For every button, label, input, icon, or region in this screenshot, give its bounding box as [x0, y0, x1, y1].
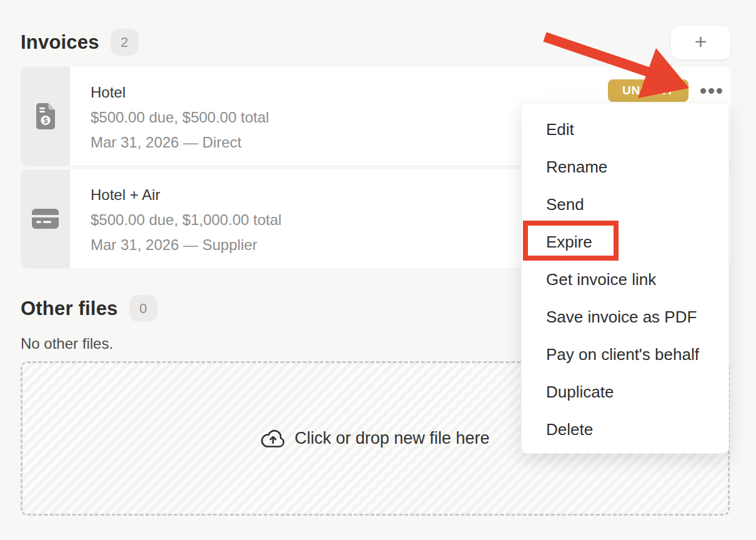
invoice-details: Hotel + Air $500.00 due, $1,000.00 total… [70, 169, 282, 268]
other-files-title: Other files [21, 298, 118, 320]
svg-text:$: $ [43, 116, 47, 125]
invoice-name: Hotel [91, 80, 269, 105]
other-files-section-header: Other files 0 [21, 295, 157, 322]
invoices-page: Invoices 2 + $ Hotel $500.00 due, $500.0… [0, 0, 756, 540]
invoice-name: Hotel + Air [91, 182, 282, 208]
menu-item-pay-on-clients-behalf[interactable]: Pay on client's behalf [522, 336, 729, 373]
invoice-details: Hotel $500.00 due, $500.00 total Mar 31,… [70, 67, 269, 166]
invoice-meta: Mar 31, 2026 — Supplier [91, 232, 282, 258]
invoice-icon-column [21, 169, 70, 268]
menu-item-edit[interactable]: Edit [522, 111, 729, 148]
ellipsis-icon [700, 88, 706, 94]
menu-item-get-invoice-link[interactable]: Get invoice link [522, 261, 729, 298]
invoice-amounts: $500.00 due, $1,000.00 total [91, 208, 282, 232]
menu-item-expire[interactable]: Expire [522, 223, 729, 261]
menu-item-send[interactable]: Send [522, 186, 729, 223]
invoice-meta: Mar 31, 2026 — Direct [91, 130, 269, 155]
dropzone-label: Click or drop new file here [294, 429, 489, 448]
other-files-count-badge: 0 [129, 295, 157, 322]
invoice-icon-column: $ [21, 67, 70, 166]
status-badge-unsent: UNSENT [608, 79, 689, 102]
invoices-title: Invoices [21, 31, 99, 54]
menu-item-rename[interactable]: Rename [522, 148, 729, 186]
no-other-files-text: No other files. [21, 335, 113, 352]
plus-icon: + [695, 31, 707, 52]
invoice-context-menu: Edit Rename Send Expire Get invoice link… [521, 102, 729, 454]
menu-item-save-invoice-as-pdf[interactable]: Save invoice as PDF [522, 298, 729, 336]
invoices-section-header: Invoices 2 [21, 29, 139, 56]
invoice-amounts: $500.00 due, $500.00 total [91, 105, 269, 130]
invoices-count-badge: 2 [111, 29, 139, 56]
menu-item-duplicate[interactable]: Duplicate [522, 373, 729, 411]
menu-item-delete[interactable]: Delete [522, 411, 729, 448]
add-invoice-button[interactable]: + [670, 25, 731, 60]
credit-card-icon [32, 209, 59, 229]
cloud-upload-icon [261, 429, 286, 449]
file-invoice-dollar-icon: $ [36, 103, 55, 129]
invoice-actions-menu-button[interactable] [694, 81, 729, 101]
